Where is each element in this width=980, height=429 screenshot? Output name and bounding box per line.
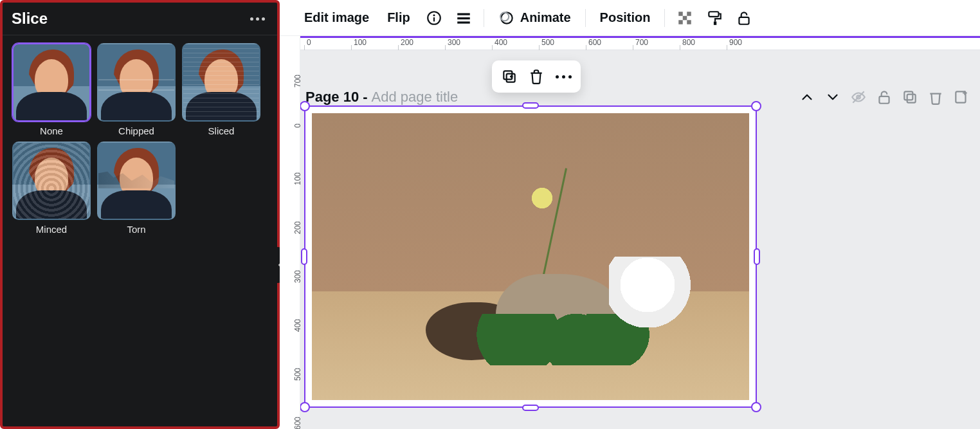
list-icon: [455, 10, 472, 26]
ruler-tick: 300: [448, 38, 460, 47]
svg-rect-2: [433, 17, 435, 21]
canvas-area[interactable]: 0100200300400500600700800900 Page 10 - A…: [300, 36, 980, 429]
effect-option[interactable]: Sliced: [181, 43, 261, 136]
effects-side-panel: Slice NoneChippedSlicedMincedTorn: [0, 0, 280, 429]
ruler-tick: 600: [588, 38, 601, 47]
chevron-up-icon: [799, 89, 815, 105]
copy-style-button[interactable]: [700, 7, 729, 29]
lock-open-icon: [736, 10, 752, 26]
ruler-tick: 100: [354, 38, 367, 47]
hide-page-button[interactable]: [848, 86, 869, 108]
ruler-mark: [586, 45, 586, 50]
trash-icon: [927, 89, 944, 105]
effect-option[interactable]: None: [12, 43, 91, 136]
add-page-icon: [953, 89, 970, 105]
ruler-mark: [296, 75, 300, 75]
transparency-icon: [676, 10, 693, 26]
delete-page-header-button[interactable]: [925, 86, 947, 108]
duplicate-icon: [902, 89, 918, 105]
ruler-mark: [296, 417, 300, 417]
svg-rect-9: [687, 12, 692, 16]
resize-handle-bl[interactable]: [300, 402, 310, 412]
paint-roller-icon: [706, 10, 723, 26]
ruler-tick: 500: [541, 38, 554, 47]
page-number-label: Page 10 -: [305, 89, 368, 105]
ruler-tick: 0: [307, 38, 311, 47]
page-title-input[interactable]: Add page title: [372, 89, 458, 105]
ruler-mark: [296, 221, 300, 222]
lock-open-icon: [876, 89, 893, 105]
effect-thumb[interactable]: [12, 141, 91, 220]
resize-handle-tl[interactable]: [300, 101, 310, 111]
info-icon: [426, 10, 442, 26]
effects-grid: NoneChippedSlicedMincedTorn: [3, 35, 277, 242]
svg-rect-20: [904, 91, 912, 100]
ruler-mark: [351, 45, 352, 50]
ruler-tick: 400: [495, 38, 507, 47]
edit-image-button[interactable]: Edit image: [295, 5, 378, 30]
effect-option[interactable]: Torn: [96, 141, 176, 235]
ruler-mark: [398, 45, 399, 50]
animate-button[interactable]: Animate: [489, 5, 580, 32]
resize-handle-tm[interactable]: [522, 102, 539, 109]
resize-handle-bm[interactable]: [522, 405, 539, 411]
list-style-button[interactable]: [449, 7, 478, 29]
chevron-down-icon: [824, 89, 841, 105]
svg-rect-12: [687, 20, 692, 24]
svg-rect-11: [679, 20, 684, 24]
ruler-mark: [492, 45, 493, 50]
duplicate-page-header-button[interactable]: [899, 86, 921, 108]
animate-label: Animate: [520, 10, 571, 25]
effect-option[interactable]: Chipped: [96, 43, 176, 136]
effect-thumb[interactable]: [97, 43, 176, 122]
effect-label: Chipped: [118, 125, 154, 136]
panel-more-button[interactable]: [248, 9, 267, 28]
add-page-button[interactable]: [950, 86, 972, 108]
vertical-ruler: 7000100200300400500600: [280, 36, 300, 429]
lock-button[interactable]: [729, 7, 759, 29]
canvas-image[interactable]: [312, 113, 749, 400]
transparency-button[interactable]: [670, 7, 700, 29]
lock-page-button[interactable]: [873, 86, 895, 108]
toolbar-separator: [585, 9, 586, 27]
effect-thumb[interactable]: [182, 43, 260, 122]
horizontal-ruler: 0100200300400500600700800900: [300, 36, 980, 50]
position-button[interactable]: Position: [591, 5, 660, 30]
panel-title: Slice: [12, 10, 48, 28]
effect-label: Sliced: [208, 125, 235, 136]
resize-handle-tr[interactable]: [751, 101, 761, 111]
resize-handle-br[interactable]: [751, 402, 761, 412]
ruler-mark: [304, 45, 305, 50]
resize-handle-rm[interactable]: [754, 248, 760, 265]
effect-option[interactable]: Minced: [12, 141, 91, 235]
toolbar-separator: [664, 9, 665, 27]
effect-label: None: [40, 125, 63, 136]
move-page-up-button[interactable]: [796, 86, 818, 108]
workspace: 7000100200300400500600 01002003004005006…: [280, 36, 980, 429]
effect-label: Minced: [36, 224, 67, 235]
more-icon: [556, 75, 572, 78]
eye-off-icon: [850, 89, 867, 105]
more-icon: [250, 17, 265, 21]
svg-rect-19: [879, 96, 889, 104]
toolbar-separator: [484, 9, 484, 27]
svg-rect-15: [740, 17, 749, 24]
ruler-tick: 700: [635, 38, 648, 47]
info-button[interactable]: [419, 7, 449, 29]
svg-rect-14: [714, 21, 716, 24]
selected-image-frame[interactable]: [304, 105, 757, 408]
effect-thumb[interactable]: [12, 43, 91, 122]
ruler-mark: [727, 45, 727, 50]
context-toolbar: Edit image Flip Animate Position: [280, 0, 980, 36]
svg-point-6: [501, 12, 512, 23]
effect-thumb[interactable]: [97, 141, 176, 220]
ruler-mark: [539, 45, 540, 50]
resize-handle-lm[interactable]: [301, 248, 307, 265]
ruler-mark: [445, 45, 446, 50]
ruler-tick: 800: [682, 38, 695, 47]
flip-button[interactable]: Flip: [378, 5, 419, 30]
ruler-mark: [680, 45, 680, 50]
ruler-mark: [296, 270, 300, 271]
ruler-mark: [296, 123, 300, 124]
move-page-down-button[interactable]: [822, 86, 844, 108]
